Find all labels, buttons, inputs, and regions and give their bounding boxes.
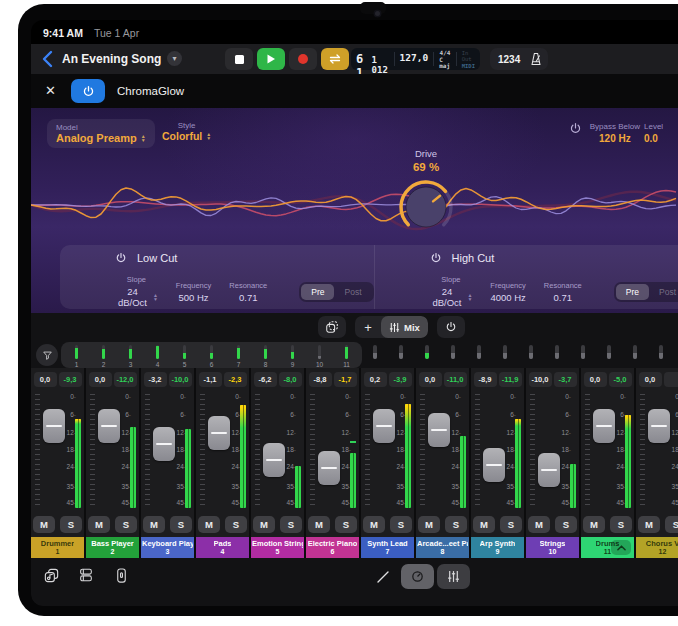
fader-cap[interactable] — [43, 409, 65, 443]
navigator-track[interactable]: 5 — [171, 342, 198, 368]
volume-readout[interactable]: -10,0 — [529, 372, 552, 387]
power-icon[interactable] — [430, 252, 442, 264]
peak-readout[interactable]: -10,0 — [169, 372, 192, 387]
navigator-track[interactable]: 10 — [306, 342, 333, 368]
collapse-stack-button[interactable] — [611, 540, 631, 555]
navigator-track[interactable] — [414, 342, 440, 368]
level-control[interactable]: Level 0.0 — [644, 122, 678, 144]
navigator-track[interactable]: 6 — [198, 342, 225, 368]
track-name-tab[interactable]: Pads4 — [196, 537, 249, 558]
mute-button[interactable]: M — [88, 516, 110, 533]
mute-button[interactable]: M — [363, 516, 385, 533]
fader-cap[interactable] — [483, 448, 505, 482]
mixer-power-button[interactable] — [437, 316, 465, 338]
peak-readout[interactable] — [664, 372, 678, 387]
track-name-tab[interactable]: Synth Lead7 — [361, 537, 414, 558]
solo-button[interactable]: S — [335, 516, 357, 533]
fader-cap[interactable] — [593, 409, 615, 443]
volume-readout[interactable]: 0,2 — [364, 372, 387, 387]
mute-button[interactable]: M — [418, 516, 440, 533]
fader-cap[interactable] — [153, 427, 175, 461]
navigator-track[interactable] — [544, 342, 570, 368]
navigator-track[interactable] — [466, 342, 492, 368]
peak-readout[interactable]: -5,0 — [609, 372, 632, 387]
mute-button[interactable]: M — [198, 516, 220, 533]
solo-button[interactable]: S — [115, 516, 137, 533]
record-button[interactable] — [289, 48, 317, 70]
fader-track[interactable] — [646, 392, 672, 510]
track-name-tab[interactable]: Bass Player2 — [86, 537, 139, 558]
high-cut-slope[interactable]: Slope 24 dB/Oct ▲▼ — [430, 275, 473, 308]
fader-track[interactable] — [151, 392, 177, 510]
low-cut-frequency[interactable]: Frequency 500 Hz — [176, 281, 211, 303]
post-option[interactable]: Post — [334, 284, 371, 300]
solo-button[interactable]: S — [280, 516, 302, 533]
navigator-strip[interactable]: 1234567891011 — [61, 342, 674, 368]
pencil-icon[interactable] — [375, 569, 391, 585]
fader-track[interactable] — [591, 392, 617, 510]
navigator-track[interactable] — [596, 342, 622, 368]
navigator-track[interactable]: 4 — [144, 342, 171, 368]
power-icon[interactable] — [569, 122, 582, 135]
track-name-tab[interactable]: Arcade...eet Pad8 — [416, 537, 469, 558]
peak-readout[interactable]: -12,0 — [114, 372, 137, 387]
high-cut-resonance[interactable]: Resonance 0.71 — [544, 281, 582, 303]
peak-readout[interactable]: -11,0 — [444, 372, 467, 387]
fader-track[interactable] — [481, 392, 507, 510]
fader-cap[interactable] — [428, 413, 450, 447]
peak-readout[interactable]: -11,9 — [499, 372, 522, 387]
post-option[interactable]: Post — [649, 284, 678, 300]
track-name-tab[interactable]: Chorus V12 — [636, 537, 678, 558]
navigator-track[interactable]: 1 — [63, 342, 90, 368]
fader-cap[interactable] — [98, 409, 120, 443]
pre-option[interactable]: Pre — [301, 284, 334, 300]
track-name-tab[interactable]: Electric Piano6 — [306, 537, 359, 558]
plugin-power-button[interactable] — [71, 79, 105, 103]
track-name-tab[interactable]: Keyboard Player3 — [141, 537, 194, 558]
regions-button[interactable] — [318, 316, 346, 338]
fader-track[interactable] — [316, 392, 342, 510]
navigator-track[interactable] — [570, 342, 596, 368]
cycle-button[interactable] — [321, 48, 349, 70]
mute-button[interactable]: M — [473, 516, 495, 533]
volume-readout[interactable]: 0,0 — [584, 372, 607, 387]
peak-readout[interactable]: -3,9 — [389, 372, 412, 387]
song-title[interactable]: An Evening Song — [62, 52, 161, 66]
navigator-track[interactable]: 9 — [279, 342, 306, 368]
back-button[interactable] — [39, 48, 59, 70]
solo-button[interactable]: S — [445, 516, 467, 533]
mute-button[interactable]: M — [583, 516, 605, 533]
volume-readout[interactable]: 0,0 — [419, 372, 442, 387]
track-name-tab[interactable]: Emotion Strings5 — [251, 537, 304, 558]
volume-readout[interactable]: -8,9 — [474, 372, 497, 387]
mix-view-button[interactable]: Mix — [381, 316, 428, 338]
high-cut-frequency[interactable]: Frequency 4000 Hz — [490, 281, 525, 303]
fader-track[interactable] — [96, 392, 122, 510]
solo-button[interactable]: S — [60, 516, 82, 533]
fader-track[interactable] — [261, 392, 287, 510]
mute-button[interactable]: M — [33, 516, 55, 533]
fader-cap[interactable] — [318, 451, 340, 485]
navigator-track[interactable]: 3 — [117, 342, 144, 368]
mute-button[interactable]: M — [253, 516, 275, 533]
close-plugin-icon[interactable]: ✕ — [45, 83, 56, 98]
mute-button[interactable]: M — [528, 516, 550, 533]
metronome-icon[interactable] — [528, 51, 544, 67]
peak-readout[interactable]: -8,0 — [279, 372, 302, 387]
model-selector[interactable]: Model Analog Preamp ▲▼ — [47, 119, 155, 148]
low-cut-slope[interactable]: Slope 24 dB/Oct ▲▼ — [115, 275, 158, 308]
navigator-track[interactable] — [622, 342, 648, 368]
add-track-button[interactable]: + — [355, 316, 381, 338]
library-button[interactable] — [76, 565, 96, 585]
volume-readout[interactable]: 0,0 — [639, 372, 662, 387]
bypass-control[interactable]: Bypass Below 120 Hz — [569, 122, 640, 144]
controls-view-button[interactable] — [401, 564, 434, 589]
volume-readout[interactable]: -8,8 — [309, 372, 332, 387]
lcd-display[interactable]: 6 1 1 012 127,0 4/4 C maj In Out MIDI — [351, 48, 480, 70]
navigator-track[interactable] — [518, 342, 544, 368]
song-menu-chevron-icon[interactable]: ▾ — [167, 51, 182, 66]
fader-cap[interactable] — [373, 409, 395, 443]
navigator-track[interactable] — [492, 342, 518, 368]
solo-button[interactable]: S — [500, 516, 522, 533]
peak-readout[interactable]: -9,3 — [59, 372, 82, 387]
